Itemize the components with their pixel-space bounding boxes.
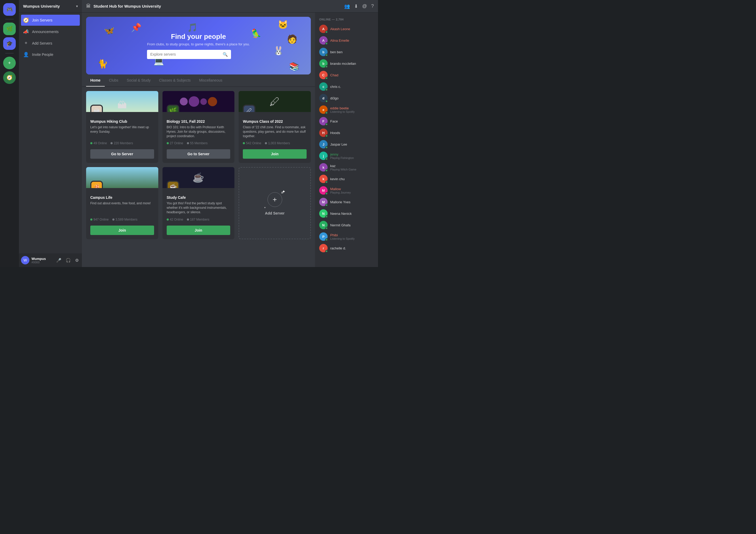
join-button-campus[interactable]: Join <box>90 226 154 235</box>
server-name-header[interactable]: Wumpus University ▾ <box>19 0 82 13</box>
card-body: Biology 101, Fall 2022 BIO 101: Intro to… <box>162 112 235 149</box>
member-avatar-wrap: N <box>319 209 328 218</box>
sidebar-item-join-servers[interactable]: 🧭 Join Servers <box>21 15 80 26</box>
member-activity: Playing Fishington <box>330 156 374 160</box>
member-item[interactable]: j jenny Playing Fishington <box>317 150 376 162</box>
member-item[interactable]: c chris c. <box>317 81 376 92</box>
member-item[interactable]: A Alina Emelle <box>317 35 376 46</box>
user-avatar[interactable]: W <box>21 256 29 265</box>
add-server-plus-btn[interactable]: + ✕ <box>267 192 282 207</box>
join-button-class[interactable]: Join <box>243 149 307 159</box>
member-item[interactable]: A Akash Leone <box>317 23 376 35</box>
card-banner: 🏔 🏔 <box>86 91 158 112</box>
card-icon: 🖊 <box>243 105 256 112</box>
sidebar-join-servers-label: Join Servers <box>32 18 52 22</box>
member-item[interactable]: k kaz Playing Witch Game <box>317 162 376 173</box>
wumpus-university-icon[interactable]: 🎓 <box>3 37 16 50</box>
tab-home[interactable]: Home <box>86 74 105 87</box>
megaphone-icon: 📣 <box>23 29 29 35</box>
goto-server-button-hiking[interactable]: Go to Server <box>90 149 154 159</box>
add-server-icon-btn[interactable]: + <box>3 57 16 69</box>
member-item[interactable]: b brando mcclellan <box>317 58 376 69</box>
member-status <box>325 239 328 241</box>
online-dot <box>90 142 93 144</box>
add-server-label: Add Server <box>265 211 284 215</box>
member-status <box>325 181 328 183</box>
member-status <box>325 89 328 91</box>
help-button[interactable]: ? <box>371 3 374 9</box>
goto-server-button-bio[interactable]: Go to Server <box>167 149 230 159</box>
card-icon: 🌿 <box>167 105 179 112</box>
sidebar-item-announcements[interactable]: 📣 Announcements <box>21 26 80 37</box>
sidebar-item-add-servers[interactable]: + Add Servers <box>21 38 80 48</box>
member-info: ben ben <box>330 50 374 54</box>
content-area: 🦋 📌 🦜 🐱 🐈 📚 🐰 🧑 💻 🎵 Find your people Fro… <box>82 13 378 267</box>
sidebar-item-invite-people[interactable]: 👤 Invite People <box>21 49 80 60</box>
member-name: di3go <box>330 96 374 100</box>
member-status <box>325 158 328 160</box>
member-info: Phibi Listening to Spotify <box>330 233 374 240</box>
member-name: kevin chu <box>330 177 374 181</box>
member-item[interactable]: r rachelle d. <box>317 242 376 254</box>
topbar: 🏛 Student Hub for Wumpus University 👥 ⬇ … <box>82 0 378 13</box>
member-status <box>325 31 328 33</box>
member-status <box>325 204 328 206</box>
card-campus-life[interactable]: 🍕 Campus Life Find out about events, fre… <box>86 167 158 239</box>
hero-search-bar[interactable]: 🔍 <box>147 50 231 59</box>
member-info: rachelle d. <box>330 246 374 250</box>
member-item[interactable]: H Hoods <box>317 127 376 139</box>
add-server-card[interactable]: ✦ ✦ + ✕ Add Server <box>239 167 311 239</box>
tab-clubs[interactable]: Clubs <box>105 74 122 87</box>
friends-button[interactable]: 👥 <box>344 3 350 9</box>
join-button-study[interactable]: Join <box>167 226 230 235</box>
member-item[interactable]: M Mallow Playing Journey <box>317 185 376 196</box>
member-item[interactable]: F Face <box>317 115 376 127</box>
card-icon: ☕ <box>167 181 179 188</box>
member-item[interactable]: N Neena Nenick <box>317 208 376 219</box>
explore-icon-btn[interactable]: 🧭 <box>3 71 16 84</box>
card-icon-wrap: ☕ <box>167 181 179 188</box>
member-item[interactable]: N Nermit Ghafa <box>317 219 376 231</box>
tab-misc[interactable]: Miscellaneous <box>195 74 227 87</box>
member-name: Alina Emelle <box>330 38 374 42</box>
member-name: eddie beetie <box>330 106 374 110</box>
compass-icon: 🧭 <box>23 17 29 23</box>
member-item[interactable]: k kevin chu <box>317 173 376 185</box>
card-hiking-club[interactable]: 🏔 🏔 Wumpus Hiking Club Let's get into na… <box>86 91 158 163</box>
member-item[interactable]: J Jaspar Lee <box>317 139 376 150</box>
mic-button[interactable]: 🎤 <box>55 257 63 264</box>
sidebar-nav: 🧭 Join Servers 📣 Announcements + Add Ser… <box>19 13 82 253</box>
member-item[interactable]: d di3go <box>317 92 376 104</box>
headset-button[interactable]: 🎧 <box>65 257 72 264</box>
tab-classes[interactable]: Classes & Subjects <box>155 74 195 87</box>
member-info: Neena Nenick <box>330 212 374 216</box>
hub-icon: 🏛 <box>86 3 91 9</box>
member-status <box>325 42 328 45</box>
member-avatar-wrap: P <box>319 232 328 241</box>
member-avatar-wrap: M <box>319 198 328 206</box>
member-item[interactable]: C Chad <box>317 69 376 81</box>
member-info: kaz Playing Witch Game <box>330 164 374 171</box>
mention-button[interactable]: @ <box>362 3 367 9</box>
card-bio-101[interactable]: 🌿 Biology 101, Fall 2022 BIO 101: Intro … <box>162 91 235 163</box>
card-name: Campus Life <box>90 195 154 200</box>
download-button[interactable]: ⬇ <box>354 3 358 9</box>
search-input[interactable] <box>150 52 221 56</box>
member-item[interactable]: e eddie beetie Listening to Spotify <box>317 104 376 115</box>
tab-social[interactable]: Social & Study <box>122 74 155 87</box>
server-1-icon[interactable]: 🌿 <box>3 23 16 35</box>
card-study-cafe[interactable]: ☕ ☕ Study Cafe You got this! Find the pe… <box>162 167 235 239</box>
member-activity: Playing Journey <box>330 191 374 194</box>
card-class-2022[interactable]: 🖊 🖊 Wumpus Class of 2022 Class of '22 ch… <box>239 91 311 163</box>
user-discriminator: #0000 <box>32 261 53 264</box>
member-item[interactable]: P Phibi Listening to Spotify <box>317 231 376 242</box>
member-item[interactable]: M Mallorie Yves <box>317 196 376 208</box>
card-icon-wrap: 🍕 <box>90 181 103 188</box>
server-name-text: Wumpus University <box>23 4 60 9</box>
settings-button[interactable]: ⚙ <box>74 257 80 264</box>
member-status <box>325 65 328 68</box>
member-name: Phibi <box>330 233 374 237</box>
discord-home-button[interactable]: 🎮 <box>3 3 16 16</box>
member-item[interactable]: b ben ben <box>317 46 376 58</box>
member-status <box>325 77 328 80</box>
